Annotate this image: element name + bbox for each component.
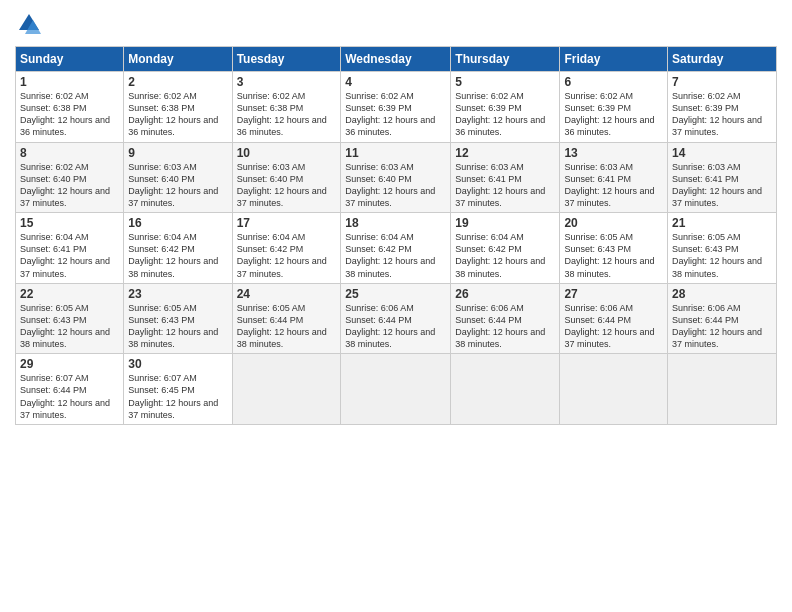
day-number: 28 [672, 287, 772, 301]
day-info: Sunrise: 6:04 AM Sunset: 6:42 PM Dayligh… [237, 231, 337, 280]
day-info: Sunrise: 6:02 AM Sunset: 6:39 PM Dayligh… [672, 90, 772, 139]
day-header-tuesday: Tuesday [232, 47, 341, 72]
calendar-cell: 4 Sunrise: 6:02 AM Sunset: 6:39 PM Dayli… [341, 72, 451, 143]
day-number: 5 [455, 75, 555, 89]
day-info: Sunrise: 6:04 AM Sunset: 6:42 PM Dayligh… [345, 231, 446, 280]
calendar-cell: 14 Sunrise: 6:03 AM Sunset: 6:41 PM Dayl… [668, 142, 777, 213]
day-header-saturday: Saturday [668, 47, 777, 72]
page: SundayMondayTuesdayWednesdayThursdayFrid… [0, 0, 792, 612]
day-info: Sunrise: 6:03 AM Sunset: 6:40 PM Dayligh… [128, 161, 227, 210]
day-info: Sunrise: 6:05 AM Sunset: 6:43 PM Dayligh… [564, 231, 663, 280]
calendar-cell: 21 Sunrise: 6:05 AM Sunset: 6:43 PM Dayl… [668, 213, 777, 284]
day-number: 30 [128, 357, 227, 371]
day-info: Sunrise: 6:04 AM Sunset: 6:42 PM Dayligh… [128, 231, 227, 280]
day-number: 14 [672, 146, 772, 160]
calendar-cell [668, 354, 777, 425]
day-number: 7 [672, 75, 772, 89]
logo [15, 10, 47, 38]
calendar-cell: 8 Sunrise: 6:02 AM Sunset: 6:40 PM Dayli… [16, 142, 124, 213]
day-number: 20 [564, 216, 663, 230]
day-number: 8 [20, 146, 119, 160]
calendar-cell: 18 Sunrise: 6:04 AM Sunset: 6:42 PM Dayl… [341, 213, 451, 284]
calendar-cell: 24 Sunrise: 6:05 AM Sunset: 6:44 PM Dayl… [232, 283, 341, 354]
day-number: 1 [20, 75, 119, 89]
day-info: Sunrise: 6:02 AM Sunset: 6:40 PM Dayligh… [20, 161, 119, 210]
day-info: Sunrise: 6:05 AM Sunset: 6:43 PM Dayligh… [128, 302, 227, 351]
calendar-cell: 23 Sunrise: 6:05 AM Sunset: 6:43 PM Dayl… [124, 283, 232, 354]
calendar-week-row-5: 29 Sunrise: 6:07 AM Sunset: 6:44 PM Dayl… [16, 354, 777, 425]
day-header-thursday: Thursday [451, 47, 560, 72]
day-info: Sunrise: 6:02 AM Sunset: 6:38 PM Dayligh… [237, 90, 337, 139]
header [15, 10, 777, 38]
day-header-wednesday: Wednesday [341, 47, 451, 72]
day-info: Sunrise: 6:06 AM Sunset: 6:44 PM Dayligh… [672, 302, 772, 351]
day-number: 22 [20, 287, 119, 301]
calendar-cell: 12 Sunrise: 6:03 AM Sunset: 6:41 PM Dayl… [451, 142, 560, 213]
calendar-header-row: SundayMondayTuesdayWednesdayThursdayFrid… [16, 47, 777, 72]
calendar-cell: 26 Sunrise: 6:06 AM Sunset: 6:44 PM Dayl… [451, 283, 560, 354]
day-number: 15 [20, 216, 119, 230]
day-info: Sunrise: 6:05 AM Sunset: 6:44 PM Dayligh… [237, 302, 337, 351]
day-number: 3 [237, 75, 337, 89]
day-info: Sunrise: 6:07 AM Sunset: 6:44 PM Dayligh… [20, 372, 119, 421]
day-info: Sunrise: 6:05 AM Sunset: 6:43 PM Dayligh… [20, 302, 119, 351]
day-number: 26 [455, 287, 555, 301]
calendar-cell: 5 Sunrise: 6:02 AM Sunset: 6:39 PM Dayli… [451, 72, 560, 143]
calendar-cell: 10 Sunrise: 6:03 AM Sunset: 6:40 PM Dayl… [232, 142, 341, 213]
calendar-cell: 16 Sunrise: 6:04 AM Sunset: 6:42 PM Dayl… [124, 213, 232, 284]
day-info: Sunrise: 6:02 AM Sunset: 6:39 PM Dayligh… [455, 90, 555, 139]
calendar-cell: 22 Sunrise: 6:05 AM Sunset: 6:43 PM Dayl… [16, 283, 124, 354]
day-number: 23 [128, 287, 227, 301]
calendar-week-row-3: 15 Sunrise: 6:04 AM Sunset: 6:41 PM Dayl… [16, 213, 777, 284]
day-number: 2 [128, 75, 227, 89]
calendar-cell: 19 Sunrise: 6:04 AM Sunset: 6:42 PM Dayl… [451, 213, 560, 284]
day-number: 21 [672, 216, 772, 230]
day-info: Sunrise: 6:02 AM Sunset: 6:38 PM Dayligh… [128, 90, 227, 139]
day-number: 17 [237, 216, 337, 230]
day-info: Sunrise: 6:04 AM Sunset: 6:42 PM Dayligh… [455, 231, 555, 280]
calendar-cell: 30 Sunrise: 6:07 AM Sunset: 6:45 PM Dayl… [124, 354, 232, 425]
calendar-cell [560, 354, 668, 425]
day-info: Sunrise: 6:06 AM Sunset: 6:44 PM Dayligh… [564, 302, 663, 351]
day-info: Sunrise: 6:02 AM Sunset: 6:39 PM Dayligh… [345, 90, 446, 139]
day-info: Sunrise: 6:03 AM Sunset: 6:41 PM Dayligh… [455, 161, 555, 210]
calendar-cell: 27 Sunrise: 6:06 AM Sunset: 6:44 PM Dayl… [560, 283, 668, 354]
day-info: Sunrise: 6:04 AM Sunset: 6:41 PM Dayligh… [20, 231, 119, 280]
day-number: 25 [345, 287, 446, 301]
calendar-cell [451, 354, 560, 425]
calendar-cell: 9 Sunrise: 6:03 AM Sunset: 6:40 PM Dayli… [124, 142, 232, 213]
day-number: 11 [345, 146, 446, 160]
calendar-cell: 1 Sunrise: 6:02 AM Sunset: 6:38 PM Dayli… [16, 72, 124, 143]
day-info: Sunrise: 6:07 AM Sunset: 6:45 PM Dayligh… [128, 372, 227, 421]
day-number: 13 [564, 146, 663, 160]
day-number: 9 [128, 146, 227, 160]
calendar-week-row-4: 22 Sunrise: 6:05 AM Sunset: 6:43 PM Dayl… [16, 283, 777, 354]
day-info: Sunrise: 6:03 AM Sunset: 6:41 PM Dayligh… [564, 161, 663, 210]
day-header-friday: Friday [560, 47, 668, 72]
day-number: 6 [564, 75, 663, 89]
day-info: Sunrise: 6:03 AM Sunset: 6:41 PM Dayligh… [672, 161, 772, 210]
day-info: Sunrise: 6:06 AM Sunset: 6:44 PM Dayligh… [345, 302, 446, 351]
calendar-week-row-1: 1 Sunrise: 6:02 AM Sunset: 6:38 PM Dayli… [16, 72, 777, 143]
calendar-table: SundayMondayTuesdayWednesdayThursdayFrid… [15, 46, 777, 425]
calendar-cell: 20 Sunrise: 6:05 AM Sunset: 6:43 PM Dayl… [560, 213, 668, 284]
calendar-cell [341, 354, 451, 425]
day-header-monday: Monday [124, 47, 232, 72]
day-info: Sunrise: 6:05 AM Sunset: 6:43 PM Dayligh… [672, 231, 772, 280]
calendar-cell: 3 Sunrise: 6:02 AM Sunset: 6:38 PM Dayli… [232, 72, 341, 143]
day-info: Sunrise: 6:03 AM Sunset: 6:40 PM Dayligh… [345, 161, 446, 210]
day-number: 27 [564, 287, 663, 301]
day-number: 10 [237, 146, 337, 160]
day-number: 24 [237, 287, 337, 301]
day-number: 19 [455, 216, 555, 230]
logo-icon [15, 10, 43, 38]
calendar-cell: 25 Sunrise: 6:06 AM Sunset: 6:44 PM Dayl… [341, 283, 451, 354]
day-number: 18 [345, 216, 446, 230]
calendar-week-row-2: 8 Sunrise: 6:02 AM Sunset: 6:40 PM Dayli… [16, 142, 777, 213]
day-number: 12 [455, 146, 555, 160]
day-info: Sunrise: 6:02 AM Sunset: 6:38 PM Dayligh… [20, 90, 119, 139]
calendar-cell: 28 Sunrise: 6:06 AM Sunset: 6:44 PM Dayl… [668, 283, 777, 354]
calendar-cell: 13 Sunrise: 6:03 AM Sunset: 6:41 PM Dayl… [560, 142, 668, 213]
day-info: Sunrise: 6:06 AM Sunset: 6:44 PM Dayligh… [455, 302, 555, 351]
calendar-cell: 6 Sunrise: 6:02 AM Sunset: 6:39 PM Dayli… [560, 72, 668, 143]
